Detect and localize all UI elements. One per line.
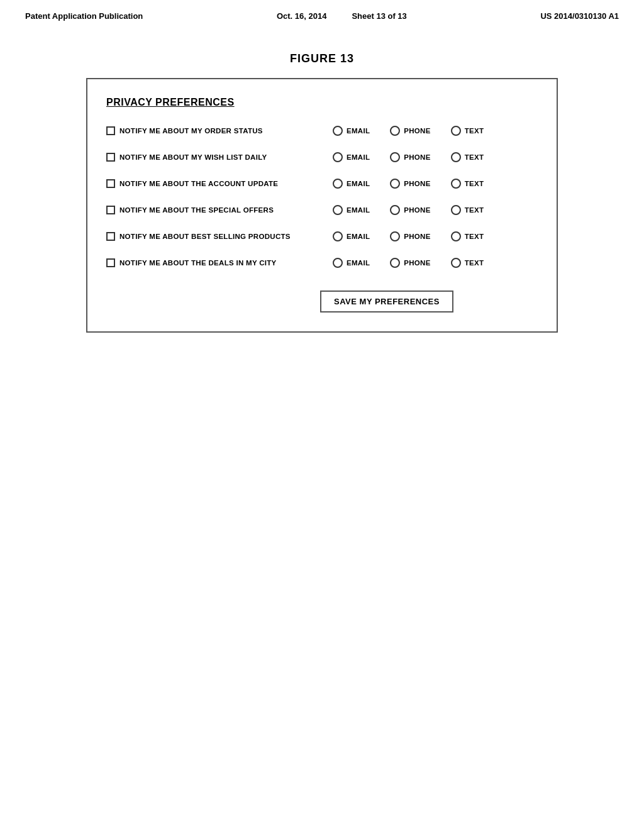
checkbox-text-6: NOTIFY ME ABOUT THE DEALS IN MY CITY bbox=[119, 259, 277, 267]
checkbox-3[interactable] bbox=[106, 179, 115, 188]
radio-text-email-1: EMAIL bbox=[347, 127, 370, 135]
radio-text-1[interactable]: TEXT bbox=[451, 126, 484, 136]
checkbox-1[interactable] bbox=[106, 126, 115, 135]
radio-phone-6[interactable]: PHONE bbox=[390, 258, 430, 268]
radio-text-text-6: TEXT bbox=[465, 259, 484, 267]
radio-phone-5[interactable]: PHONE bbox=[390, 231, 430, 241]
radio-text-phone-2: PHONE bbox=[404, 153, 430, 161]
radio-email-2[interactable]: EMAIL bbox=[333, 152, 370, 162]
radio-circle-phone-5[interactable] bbox=[390, 231, 400, 241]
patent-number: US 2014/0310130 A1 bbox=[540, 11, 619, 21]
radio-email-5[interactable]: EMAIL bbox=[333, 231, 370, 241]
radio-text-phone-4: PHONE bbox=[404, 206, 430, 214]
radio-text-5[interactable]: TEXT bbox=[451, 231, 484, 241]
publication-label: Patent Application Publication bbox=[25, 11, 143, 21]
checkbox-label-5[interactable]: NOTIFY ME ABOUT BEST SELLING PRODUCTS bbox=[106, 232, 320, 241]
radio-text-text-3: TEXT bbox=[465, 180, 484, 187]
radio-circle-email-3[interactable] bbox=[333, 179, 343, 189]
radio-circle-text-2[interactable] bbox=[451, 152, 461, 162]
checkbox-4[interactable] bbox=[106, 206, 115, 214]
preference-row-2: NOTIFY ME ABOUT MY WISH LIST DAILY EMAIL… bbox=[106, 152, 538, 162]
radio-circle-phone-6[interactable] bbox=[390, 258, 400, 268]
checkbox-label-6[interactable]: NOTIFY ME ABOUT THE DEALS IN MY CITY bbox=[106, 258, 320, 267]
figure-container: FIGURE 13 PRIVACY PREFERENCES NOTIFY ME … bbox=[86, 52, 558, 333]
preference-row-1: NOTIFY ME ABOUT MY ORDER STATUS EMAIL PH… bbox=[106, 126, 538, 136]
radio-circle-email-1[interactable] bbox=[333, 126, 343, 136]
radio-circle-phone-4[interactable] bbox=[390, 205, 400, 215]
radio-circle-text-6[interactable] bbox=[451, 258, 461, 268]
radio-group-5: EMAIL PHONE TEXT bbox=[333, 231, 484, 241]
preference-row-4: NOTIFY ME ABOUT THE SPECIAL OFFERS EMAIL… bbox=[106, 205, 538, 215]
privacy-preferences-panel: PRIVACY PREFERENCES NOTIFY ME ABOUT MY O… bbox=[86, 78, 558, 333]
radio-email-4[interactable]: EMAIL bbox=[333, 205, 370, 215]
publication-date: Oct. 16, 2014 bbox=[277, 11, 327, 21]
radio-text-text-5: TEXT bbox=[465, 233, 484, 240]
radio-text-phone-1: PHONE bbox=[404, 127, 430, 135]
radio-circle-phone-2[interactable] bbox=[390, 152, 400, 162]
preference-row-3: NOTIFY ME ABOUT THE ACCOUNT UPDATE EMAIL… bbox=[106, 179, 538, 189]
radio-group-3: EMAIL PHONE TEXT bbox=[333, 179, 484, 189]
save-row: SAVE MY PREFERENCES bbox=[106, 284, 538, 313]
radio-group-1: EMAIL PHONE TEXT bbox=[333, 126, 484, 136]
checkbox-text-3: NOTIFY ME ABOUT THE ACCOUNT UPDATE bbox=[119, 180, 278, 187]
checkbox-text-1: NOTIFY ME ABOUT MY ORDER STATUS bbox=[119, 127, 263, 135]
radio-phone-2[interactable]: PHONE bbox=[390, 152, 430, 162]
checkbox-2[interactable] bbox=[106, 153, 115, 162]
radio-phone-3[interactable]: PHONE bbox=[390, 179, 430, 189]
radio-text-3[interactable]: TEXT bbox=[451, 179, 484, 189]
radio-text-6[interactable]: TEXT bbox=[451, 258, 484, 268]
radio-text-phone-5: PHONE bbox=[404, 233, 430, 240]
panel-title: PRIVACY PREFERENCES bbox=[106, 97, 538, 108]
radio-circle-email-4[interactable] bbox=[333, 205, 343, 215]
radio-text-email-5: EMAIL bbox=[347, 233, 370, 240]
radio-text-email-3: EMAIL bbox=[347, 180, 370, 187]
radio-text-text-4: TEXT bbox=[465, 206, 484, 214]
preference-row-5: NOTIFY ME ABOUT BEST SELLING PRODUCTS EM… bbox=[106, 231, 538, 241]
page-content: FIGURE 13 PRIVACY PREFERENCES NOTIFY ME … bbox=[0, 21, 644, 333]
radio-circle-text-1[interactable] bbox=[451, 126, 461, 136]
radio-circle-email-6[interactable] bbox=[333, 258, 343, 268]
radio-group-2: EMAIL PHONE TEXT bbox=[333, 152, 484, 162]
radio-email-6[interactable]: EMAIL bbox=[333, 258, 370, 268]
radio-text-text-1: TEXT bbox=[465, 127, 484, 135]
checkbox-label-3[interactable]: NOTIFY ME ABOUT THE ACCOUNT UPDATE bbox=[106, 179, 320, 188]
radio-text-4[interactable]: TEXT bbox=[451, 205, 484, 215]
radio-text-phone-6: PHONE bbox=[404, 259, 430, 267]
checkbox-label-4[interactable]: NOTIFY ME ABOUT THE SPECIAL OFFERS bbox=[106, 206, 320, 214]
radio-circle-text-3[interactable] bbox=[451, 179, 461, 189]
radio-email-1[interactable]: EMAIL bbox=[333, 126, 370, 136]
checkbox-label-2[interactable]: NOTIFY ME ABOUT MY WISH LIST DAILY bbox=[106, 153, 320, 162]
figure-title: FIGURE 13 bbox=[290, 52, 354, 65]
radio-circle-email-5[interactable] bbox=[333, 231, 343, 241]
radio-group-6: EMAIL PHONE TEXT bbox=[333, 258, 484, 268]
checkbox-5[interactable] bbox=[106, 232, 115, 241]
preference-row-6: NOTIFY ME ABOUT THE DEALS IN MY CITY EMA… bbox=[106, 258, 538, 268]
radio-text-text-2: TEXT bbox=[465, 153, 484, 161]
sheet-info: Sheet 13 of 13 bbox=[352, 11, 406, 21]
radio-circle-text-4[interactable] bbox=[451, 205, 461, 215]
radio-circle-email-2[interactable] bbox=[333, 152, 343, 162]
radio-phone-1[interactable]: PHONE bbox=[390, 126, 430, 136]
save-preferences-button[interactable]: SAVE MY PREFERENCES bbox=[320, 290, 453, 313]
radio-text-email-2: EMAIL bbox=[347, 153, 370, 161]
radio-text-email-6: EMAIL bbox=[347, 259, 370, 267]
radio-text-email-4: EMAIL bbox=[347, 206, 370, 214]
radio-circle-phone-3[interactable] bbox=[390, 179, 400, 189]
page-header: Patent Application Publication Oct. 16, … bbox=[0, 0, 644, 21]
checkbox-text-5: NOTIFY ME ABOUT BEST SELLING PRODUCTS bbox=[119, 233, 291, 240]
radio-email-3[interactable]: EMAIL bbox=[333, 179, 370, 189]
checkbox-label-1[interactable]: NOTIFY ME ABOUT MY ORDER STATUS bbox=[106, 126, 320, 135]
radio-circle-phone-1[interactable] bbox=[390, 126, 400, 136]
checkbox-text-4: NOTIFY ME ABOUT THE SPECIAL OFFERS bbox=[119, 206, 274, 214]
radio-text-2[interactable]: TEXT bbox=[451, 152, 484, 162]
radio-phone-4[interactable]: PHONE bbox=[390, 205, 430, 215]
checkbox-text-2: NOTIFY ME ABOUT MY WISH LIST DAILY bbox=[119, 153, 267, 161]
radio-circle-text-5[interactable] bbox=[451, 231, 461, 241]
radio-text-phone-3: PHONE bbox=[404, 180, 430, 187]
radio-group-4: EMAIL PHONE TEXT bbox=[333, 205, 484, 215]
checkbox-6[interactable] bbox=[106, 258, 115, 267]
